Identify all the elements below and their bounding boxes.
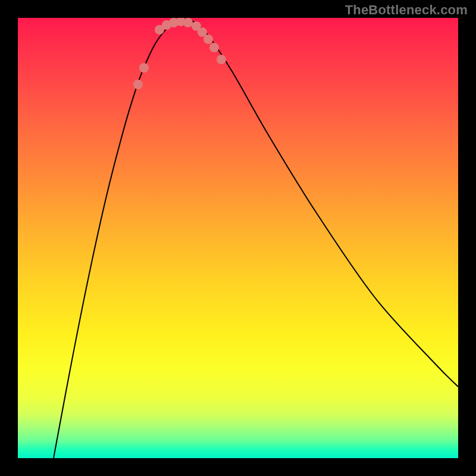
curve-marker <box>209 43 219 52</box>
curve-marker <box>139 63 149 73</box>
curve-marker <box>217 55 226 64</box>
bottleneck-curve <box>18 18 458 458</box>
curve-marker <box>203 35 213 44</box>
curve-marker <box>183 18 193 27</box>
curve-line <box>54 19 458 458</box>
chart-frame: TheBottleneck.com <box>0 0 476 476</box>
marker-group <box>133 18 226 89</box>
plot-area <box>18 18 458 458</box>
curve-marker <box>133 80 143 89</box>
watermark-text: TheBottleneck.com <box>345 2 468 18</box>
